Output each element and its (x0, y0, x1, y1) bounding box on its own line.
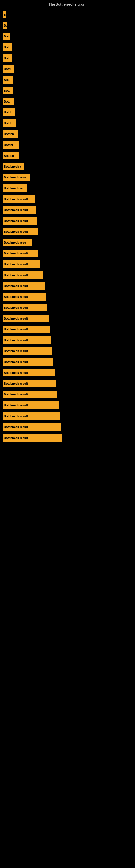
bar: Bottlen (3, 152, 19, 159)
bar: Bottl (3, 65, 14, 73)
bar: Bottleneck result (3, 434, 62, 442)
bar-row: Bottleneck result (3, 282, 132, 290)
bar: Bottleneck r (3, 163, 24, 170)
bar: Bottleneck result (3, 228, 38, 236)
bar: Bott (3, 98, 14, 105)
bar-row: Bottleneck result (3, 314, 132, 323)
bar-row: Bott (3, 86, 132, 95)
bar-row: Bottleneck result (3, 433, 132, 442)
bar: Bottleneck result (3, 391, 57, 398)
bar-label: Bottleneck result (4, 339, 28, 342)
bar-label: Bott (4, 89, 10, 92)
bar-row: Bottlen (3, 130, 132, 138)
bar-row: Bo (3, 10, 132, 19)
bar-row: Bottleneck result (3, 412, 132, 421)
bar-label: Bottleneck result (4, 208, 28, 212)
bar-label: Bottleneck result (4, 295, 28, 299)
bar-label: Bottleneck result (4, 382, 28, 385)
bar-label: Bottleneck resu (4, 241, 26, 244)
bar: Bottler (3, 141, 19, 149)
bar: Bottleneck resu (3, 239, 32, 246)
bar: Bottle (3, 119, 16, 127)
bar-label: Bottle (4, 122, 12, 125)
bar-row: Bottleneck result (3, 358, 132, 366)
bar-label: Bottleneck resu (4, 176, 26, 179)
bar-row: Bo (3, 21, 132, 30)
bar-label: Bottleneck result (4, 360, 28, 364)
bar-row: Bottleneck result (3, 325, 132, 334)
bar-row: Bottleneck result (3, 423, 132, 431)
bar: Bottleneck result (3, 206, 36, 214)
bar: Bottleneck result (3, 217, 37, 225)
bar-label: Bottleneck result (4, 371, 28, 374)
bar-row: Bottleneck result (3, 260, 132, 269)
bar-row: Bottleneck r (3, 162, 132, 171)
bar-row: Bottleneck result (3, 347, 132, 355)
bar-label: Bottleneck result (4, 414, 28, 418)
bar: Bott (3, 33, 10, 40)
bar-label: Bottl (4, 67, 10, 70)
bar-label: Bo (4, 13, 6, 16)
bar-label: Bottleneck result (4, 436, 28, 439)
bar: Bottleneck resu (3, 174, 30, 181)
bar-label: Bottlen (4, 132, 14, 135)
bar-label: Bottleneck result (4, 328, 28, 331)
bar-row: Bottl (3, 65, 132, 73)
bar-row: Bott (3, 75, 132, 84)
bar-label: Bottleneck result (4, 349, 28, 352)
bar: Bottleneck result (3, 326, 50, 333)
bar: Bo (3, 11, 6, 19)
bar: Bottleneck result (3, 315, 49, 322)
bar: Bottleneck result (3, 250, 38, 257)
bar-row: Bott (3, 54, 132, 62)
bar: Bottleneck result (3, 423, 61, 431)
bar-label: Bottler (4, 143, 13, 147)
bar-row: Bottleneck result (3, 249, 132, 258)
bar-label: Bottleneck result (4, 262, 28, 266)
bar: Bottl (3, 108, 14, 116)
bar: Bott (3, 43, 12, 51)
bar-row: Bottleneck result (3, 401, 132, 410)
bar: Bottleneck result (3, 401, 59, 409)
bar: Bottleneck result (3, 260, 40, 268)
bar-label: Bottleneck result (4, 393, 28, 396)
bar-row: Bottleneck resu (3, 238, 132, 247)
bar-row: Bottleneck result (3, 303, 132, 312)
bar: Bottleneck re (3, 184, 27, 192)
bar-label: Bott (4, 35, 10, 38)
bar-label: Bottleneck result (4, 273, 28, 277)
bar-row: Bott (3, 32, 132, 41)
bar: Bottleneck result (3, 336, 51, 344)
bar-row: Bottleneck result (3, 368, 132, 377)
bar-label: Bott (4, 100, 10, 103)
bar-label: Bottleneck result (4, 425, 28, 429)
bar-row: Bottl (3, 108, 132, 117)
bar-label: Bottleneck result (4, 219, 28, 222)
bar-label: Bottleneck result (4, 252, 28, 255)
bar-label: Bottleneck result (4, 306, 28, 309)
bar-row: Bottleneck result (3, 390, 132, 399)
bar-label: Bott (4, 45, 10, 49)
bar-row: Bottle (3, 119, 132, 127)
bar-label: Bottleneck r (4, 165, 21, 168)
bar-row: Bott (3, 97, 132, 106)
bar-label: Bottleneck result (4, 404, 28, 407)
bar: Bo (3, 22, 7, 29)
bar: Bottleneck result (3, 412, 60, 420)
bar: Bottleneck result (3, 195, 35, 203)
bar-row: Bottler (3, 141, 132, 149)
bar: Bottleneck result (3, 380, 56, 388)
bar-label: Bottleneck re (4, 187, 23, 190)
bar-row: Bottlen (3, 151, 132, 160)
bar-row: Bottleneck result (3, 227, 132, 236)
bar-label: Bottleneck result (4, 284, 28, 287)
bar-row: Bottleneck result (3, 379, 132, 388)
bar-label: Bo (4, 24, 7, 27)
bar: Bottlen (3, 130, 18, 138)
bar: Bott (3, 76, 13, 84)
bar: Bottleneck result (3, 293, 46, 301)
bar-row: Bottleneck result (3, 216, 132, 225)
bar: Bottleneck result (3, 282, 45, 290)
bar-label: Bottleneck result (4, 317, 28, 320)
bar-label: Bott (4, 78, 10, 82)
